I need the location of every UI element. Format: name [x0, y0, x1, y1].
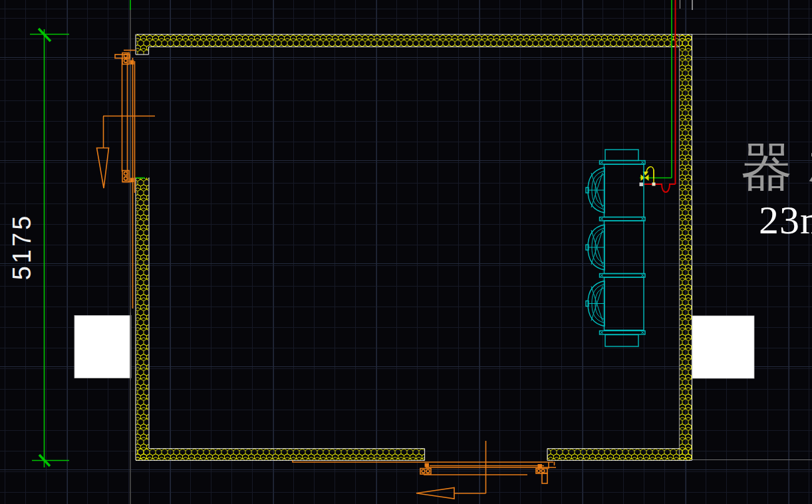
fan-coil-units[interactable] [586, 150, 645, 346]
drawing-primitive [547, 449, 692, 461]
opening-masks [74, 313, 754, 380]
left-wall[interactable] [136, 178, 149, 460]
drawing-primitive [416, 488, 454, 499]
cad-canvas[interactable]: 5175 器材 23m [0, 0, 812, 504]
drawing-primitive [600, 331, 646, 335]
drawing-primitive [605, 277, 644, 330]
drawing-primitive [136, 35, 692, 47]
drawing-primitive [586, 281, 605, 326]
drawing-primitive [420, 463, 431, 475]
room-name-label[interactable]: 器材 [741, 142, 812, 193]
drawing-primitive [542, 473, 547, 484]
top-wall[interactable] [136, 35, 692, 55]
drawing-primitive [640, 183, 644, 187]
drawing-primitive [605, 221, 644, 274]
drawing-primitive [605, 164, 644, 217]
drawing-primitive [136, 47, 148, 55]
drawing-primitive [538, 464, 543, 468]
left-door-swing-arrow[interactable] [97, 116, 156, 189]
drawing-primitive [605, 335, 638, 347]
drawing-primitive [541, 469, 545, 473]
drawing-primitive [645, 175, 649, 182]
bottom-wall-left[interactable] [136, 449, 425, 461]
bottom-wall-right[interactable] [547, 449, 692, 461]
drawing-layer [0, 0, 812, 504]
opening-mask-left [74, 316, 131, 378]
drawing-primitive [600, 161, 646, 165]
drawing-primitive [600, 274, 646, 278]
room-area-label[interactable]: 23m [759, 200, 812, 240]
drawing-primitive [640, 184, 676, 192]
opening-mask-right [692, 316, 754, 378]
supply-pipe-green[interactable] [640, 0, 672, 178]
drawing-primitive [586, 225, 605, 270]
drawing-primitive [600, 217, 646, 221]
dimension-label[interactable]: 5175 [9, 213, 35, 281]
drawing-primitive [97, 148, 109, 189]
axis-lines[interactable] [130, 0, 812, 504]
drawing-primitive [605, 150, 638, 161]
left-sliding-door[interactable] [115, 51, 136, 309]
drawing-primitive [586, 168, 605, 213]
right-wall[interactable] [680, 35, 692, 461]
drawing-primitive [136, 178, 149, 460]
drawing-primitive [680, 35, 692, 460]
drawing-primitive [652, 183, 656, 186]
drawing-primitive [136, 449, 425, 461]
drawing-primitive [537, 469, 541, 473]
bottom-sliding-door[interactable] [293, 461, 556, 484]
